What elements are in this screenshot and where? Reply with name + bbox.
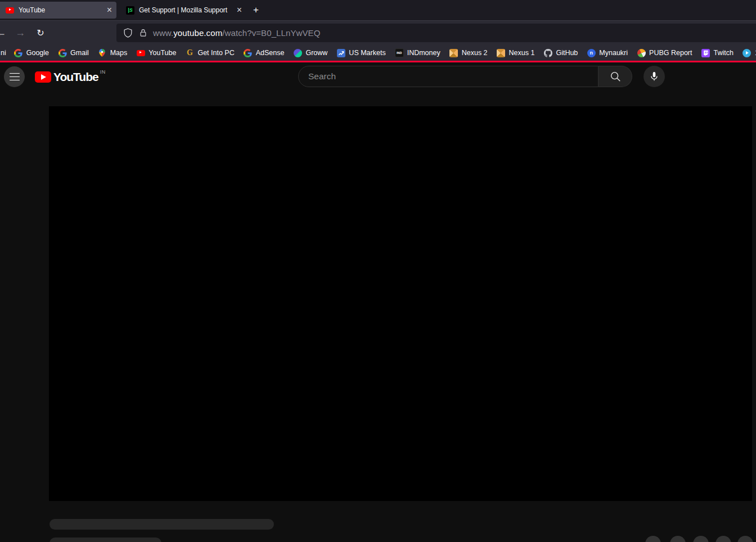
search-input[interactable]: [298, 66, 598, 87]
groww-icon: [293, 48, 302, 57]
url-www: www.: [153, 28, 173, 38]
skeleton-action-dot: [693, 536, 709, 542]
bookmark-label: Nexus 2: [462, 49, 488, 57]
browser-window: YouTube × |S Get Support | Mozilla Suppo…: [0, 0, 756, 542]
url-bar[interactable]: www.youtube.com/watch?v=B0_LLnYwVEQ: [116, 24, 756, 42]
guide-menu-button[interactable]: [4, 66, 25, 87]
bookmark-label: YouTube: [148, 49, 176, 57]
bookmark-item-get-into-pc[interactable]: G Get Into PC: [181, 46, 238, 60]
youtube-play-badge-icon: [35, 71, 51, 83]
tab-title: Get Support | Mozilla Support: [139, 6, 232, 14]
close-icon[interactable]: ×: [107, 6, 112, 14]
google-g-icon: [58, 48, 67, 57]
reload-button[interactable]: ↻: [32, 21, 50, 45]
bookmark-item-google[interactable]: Google: [10, 46, 53, 60]
bookmark-item-1tamilmv[interactable]: 1TamilMV: [738, 46, 756, 60]
voice-search-button[interactable]: [644, 66, 665, 87]
tab-bar: YouTube × |S Get Support | Mozilla Suppo…: [0, 0, 756, 20]
chart-arrow-icon: [336, 48, 345, 57]
adsense-icon: [244, 48, 253, 57]
skeleton-action-dot: [645, 536, 661, 542]
tab-title: YouTube: [19, 6, 102, 14]
video-player[interactable]: [49, 106, 752, 501]
bookmark-item-pubg-report[interactable]: PUBG Report: [632, 46, 696, 60]
bookmark-label: Google: [26, 49, 49, 57]
bookmark-label: Maps: [110, 49, 128, 57]
skeleton-action-dot: [716, 536, 731, 542]
bookmark-item-maps[interactable]: Maps: [93, 46, 132, 60]
indmoney-icon: IND: [395, 48, 404, 57]
bookmark-item-twitch[interactable]: Twitch: [696, 46, 737, 60]
bookmark-item-youtube[interactable]: YouTube: [132, 46, 181, 60]
bookmark-label: Mynaukri: [599, 49, 628, 57]
url-text: www.youtube.com/watch?v=B0_LLnYwVEQ: [153, 28, 320, 38]
lock-icon[interactable]: [139, 28, 147, 38]
new-tab-button[interactable]: +: [250, 4, 262, 16]
bookmarks-bar: ni Google Gmail Maps YouTube G Get Into …: [0, 45, 756, 61]
tab-mozilla-support[interactable]: |S Get Support | Mozilla Support ×: [119, 2, 246, 19]
mozilla-support-favicon-icon: |S: [126, 6, 134, 15]
youtube-logo[interactable]: YouTube IN: [35, 70, 106, 84]
maps-pin-icon: [98, 48, 107, 57]
url-domain: youtube.com: [173, 28, 222, 38]
bookmark-item-clipped[interactable]: ni: [0, 46, 10, 60]
hamburger-icon: [10, 73, 20, 74]
gold-g-icon: G: [185, 48, 194, 57]
hamburger-icon: [10, 76, 20, 78]
region-badge: IN: [100, 69, 106, 75]
bookmark-item-mynaukri[interactable]: n Mynaukri: [582, 46, 632, 60]
youtube-wordmark: YouTube: [53, 70, 98, 84]
bookmark-label: Twitch: [713, 49, 733, 57]
search-icon: [609, 70, 622, 83]
bookmark-label: Nexus 1: [509, 49, 535, 57]
forward-button[interactable]: →: [11, 21, 29, 45]
bookmark-item-adsense[interactable]: AdSense: [239, 46, 289, 60]
twitch-glitch-icon: [701, 48, 710, 57]
pinwheel-icon: [449, 48, 458, 57]
search-button[interactable]: [598, 66, 632, 87]
tab-youtube[interactable]: YouTube ×: [0, 2, 116, 19]
bookmark-label: GitHub: [556, 49, 578, 57]
bookmark-label: Get Into PC: [197, 49, 234, 57]
github-octocat-icon: [543, 48, 552, 57]
bookmark-label: ni: [1, 49, 6, 57]
tracking-shield-icon[interactable]: [123, 28, 133, 38]
bookmark-item-github[interactable]: GitHub: [539, 46, 582, 60]
bookmark-label: PUBG Report: [649, 49, 692, 57]
naukri-icon: n: [587, 48, 596, 57]
page-loading-progress-bar: [0, 61, 756, 62]
bookmark-label: INDmoney: [407, 49, 440, 57]
microphone-icon: [649, 71, 660, 82]
bookmark-item-nexus-2[interactable]: Nexus 2: [445, 46, 492, 60]
bookmark-label: US Markets: [349, 49, 385, 57]
bookmark-label: AdSense: [256, 49, 285, 57]
navigation-toolbar: ← → ↻ www.youtube.com/watch?v=B0_LLnYwVE…: [0, 20, 756, 45]
youtube-favicon-icon: [6, 7, 14, 13]
skeleton-action-dot: [737, 536, 753, 542]
bookmark-label: Gmail: [70, 49, 89, 57]
close-icon[interactable]: ×: [237, 6, 242, 14]
pubg-icon: [637, 48, 646, 57]
bookmark-item-gmail[interactable]: Gmail: [53, 46, 93, 60]
skeleton-action-dot: [670, 536, 686, 542]
google-g-icon: [14, 48, 23, 57]
bookmark-item-groww[interactable]: Groww: [289, 46, 332, 60]
bookmark-item-us-markets[interactable]: US Markets: [332, 46, 390, 60]
bookmark-item-nexus-1[interactable]: Nexus 1: [492, 46, 539, 60]
bookmark-label: Groww: [305, 49, 327, 57]
hamburger-icon: [10, 80, 20, 81]
bookmark-item-indmoney[interactable]: IND INDmoney: [390, 46, 445, 60]
play-circle-icon: [742, 48, 752, 57]
search-form: [298, 66, 632, 87]
back-button[interactable]: ←: [0, 21, 10, 45]
url-path: /watch?v=B0_LLnYwVEQ: [222, 28, 320, 38]
skeleton-title-placeholder: [50, 519, 274, 530]
skeleton-channel-placeholder: [50, 538, 161, 542]
pinwheel-icon: [497, 48, 506, 57]
youtube-play-icon: [136, 48, 145, 57]
